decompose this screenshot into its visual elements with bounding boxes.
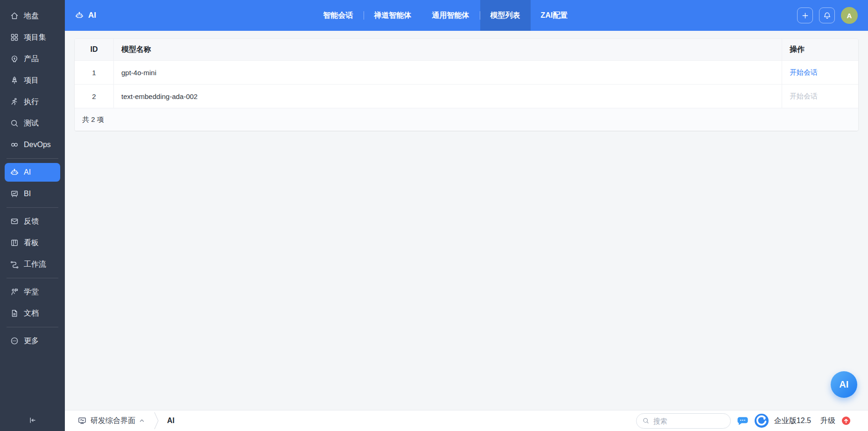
sidebar-item-label: 测试 [24, 119, 39, 128]
sidebar-item-project[interactable]: 项目 [5, 71, 60, 90]
bottom-bar-right: 企业版12.5 升级 [636, 413, 850, 429]
workflow-icon [10, 260, 19, 269]
edition-label: 企业版12.5 [774, 416, 811, 426]
app-root: 地盘项目集产品项目执行测试DevOpsAIBI反馈看板工作流学堂文档更多 AI … [0, 0, 868, 431]
table-header-row: ID 模型名称 操作 [75, 39, 858, 61]
tab-label: 通用智能体 [432, 11, 469, 21]
tab-label: ZAI配置 [541, 11, 568, 21]
feedback-icon [10, 217, 19, 226]
rocket-icon [10, 76, 19, 85]
start-chat-link: 开始会话 [790, 92, 818, 101]
app-title-label: AI [88, 11, 96, 20]
sidebar-item-kanban[interactable]: 看板 [5, 233, 60, 252]
tab-smart-chat[interactable]: 智能会话 [313, 0, 364, 31]
bulb-icon [10, 54, 19, 64]
model-table-card: ID 模型名称 操作 1gpt-4o-mini开始会话2text-embeddi… [75, 39, 858, 131]
breadcrumb-divider-icon [154, 410, 159, 431]
sidebar-item-label: 产品 [24, 54, 39, 64]
sidebar-item-product[interactable]: 产品 [5, 49, 60, 68]
zentao-logo-icon[interactable] [755, 414, 769, 428]
chevron-up-icon [139, 418, 145, 424]
avatar[interactable]: A [841, 7, 858, 24]
plus-icon [801, 11, 810, 20]
tab-zentao-agent[interactable]: 禅道智能体 [364, 0, 422, 31]
sidebar-item-label: AI [24, 168, 31, 177]
avatar-letter: A [847, 12, 852, 20]
sidebar-item-label: 执行 [24, 97, 39, 107]
table-row: 1gpt-4o-mini开始会话 [75, 61, 858, 85]
sidebar-item-execution[interactable]: 执行 [5, 92, 60, 111]
sidebar-item-workflow[interactable]: 工作流 [5, 255, 60, 274]
upgrade-link[interactable]: 升级 [820, 416, 835, 426]
tab-label: 禅道智能体 [374, 11, 412, 21]
chat-bubble-icon[interactable] [737, 417, 748, 425]
sidebar-item-label: 看板 [24, 238, 39, 248]
sidebar-item-label: 项目 [24, 76, 39, 85]
sidebar-item-devops[interactable]: DevOps [5, 135, 60, 154]
tab-general-agent[interactable]: 通用智能体 [422, 0, 480, 31]
robot-icon [10, 168, 19, 177]
header-actions: A [797, 7, 858, 24]
cell-model-name: gpt-4o-mini [114, 61, 782, 84]
header-tabs: 智能会话禅道智能体通用智能体模型列表ZAI配置 [313, 0, 578, 31]
home-icon [10, 11, 19, 21]
column-header-id: ID [75, 39, 114, 60]
table-body: 1gpt-4o-mini开始会话2text-embedding-ada-002开… [75, 61, 858, 108]
column-header-model-name: 模型名称 [114, 39, 782, 60]
tab-label: 智能会话 [323, 11, 353, 21]
sidebar-item-label: 地盘 [24, 11, 39, 21]
cell-model-name: text-embedding-ada-002 [114, 85, 782, 108]
sidebar-divider [7, 327, 58, 327]
upgrade-badge-icon[interactable] [842, 417, 850, 425]
school-icon [10, 287, 19, 297]
sidebar-item-feedback[interactable]: 反馈 [5, 212, 60, 231]
sidebar-item-qa[interactable]: 测试 [5, 114, 60, 133]
sidebar-item-label: 工作流 [24, 260, 46, 269]
search-input[interactable] [653, 417, 725, 425]
main-column: AI 智能会话禅道智能体通用智能体模型列表ZAI配置 A ID 模型名称 [65, 0, 868, 431]
start-chat-link[interactable]: 开始会话 [790, 68, 818, 77]
sidebar-item-more[interactable]: 更多 [5, 332, 60, 350]
doc-icon [10, 309, 19, 318]
workspace-switcher[interactable]: 研发综合界面 [77, 416, 145, 426]
table-footer: 共 2 项 [75, 108, 858, 131]
sidebar-item-label: 学堂 [24, 287, 39, 297]
sidebar-item-bi[interactable]: BI [5, 184, 60, 203]
runner-icon [10, 97, 19, 106]
sidebar-item-label: 更多 [24, 336, 39, 346]
cell-action: 开始会话 [782, 61, 858, 84]
infinity-icon [10, 140, 19, 149]
more-icon [10, 336, 19, 346]
sidebar-item-home[interactable]: 地盘 [5, 7, 60, 25]
sidebar-item-program[interactable]: 项目集 [5, 28, 60, 47]
sidebar-item-label: 反馈 [24, 217, 39, 226]
sidebar-divider [7, 207, 58, 208]
ai-assistant-fab-label: AI [840, 379, 849, 390]
sidebar-item-label: 项目集 [24, 33, 46, 42]
robot-icon [75, 11, 84, 20]
top-header: AI 智能会话禅道智能体通用智能体模型列表ZAI配置 A [65, 0, 868, 31]
tab-zai-config[interactable]: ZAI配置 [531, 0, 578, 31]
ai-assistant-fab[interactable]: AI [831, 371, 857, 398]
sidebar-item-school[interactable]: 学堂 [5, 283, 60, 301]
notifications-button[interactable] [819, 7, 835, 23]
cell-action: 开始会话 [782, 85, 858, 108]
sidebar-item-label: 文档 [24, 309, 39, 318]
sidebar: 地盘项目集产品项目执行测试DevOpsAIBI反馈看板工作流学堂文档更多 [0, 0, 65, 431]
grid-icon [10, 33, 19, 42]
sidebar-collapse-button[interactable] [0, 416, 65, 426]
column-header-actions: 操作 [782, 39, 858, 60]
cell-id: 1 [75, 61, 114, 84]
tab-model-list[interactable]: 模型列表 [480, 0, 531, 31]
sidebar-item-doc[interactable]: 文档 [5, 304, 60, 323]
sidebar-divider [7, 278, 58, 278]
app-title: AI [75, 11, 96, 20]
sidebar-items: 地盘项目集产品项目执行测试DevOpsAIBI反馈看板工作流学堂文档更多 [0, 7, 65, 350]
create-button[interactable] [797, 7, 813, 23]
sidebar-item-ai[interactable]: AI [5, 163, 60, 182]
bell-icon [823, 11, 832, 20]
breadcrumb-current[interactable]: AI [167, 417, 175, 425]
content-area: ID 模型名称 操作 1gpt-4o-mini开始会话2text-embeddi… [65, 31, 868, 410]
search-box [636, 413, 731, 429]
sidebar-item-label: DevOps [24, 141, 51, 149]
